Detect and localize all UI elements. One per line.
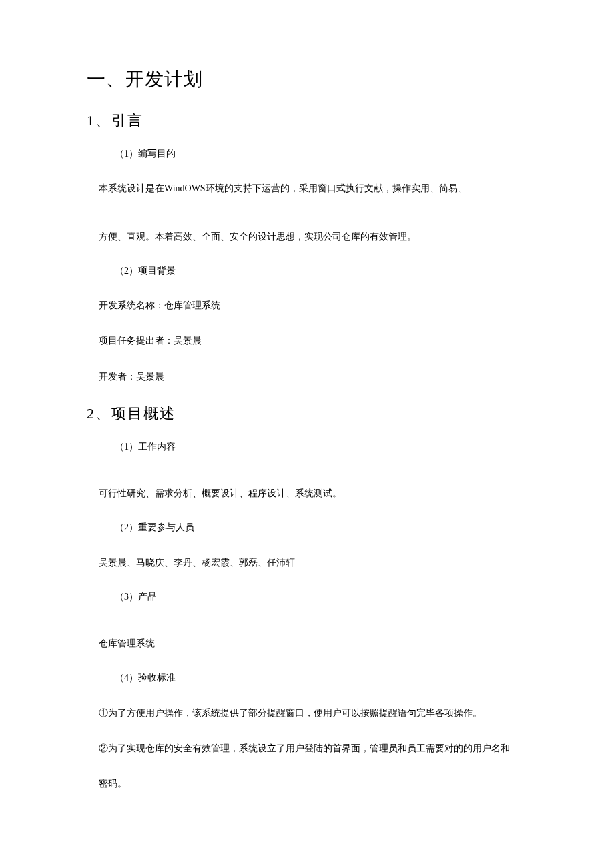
text-work-content: 可行性研究、需求分析、概要设计、程序设计、系统测试。 xyxy=(99,485,527,502)
spacer xyxy=(87,623,527,635)
spacer xyxy=(87,216,527,228)
text-purpose-line1: 本系统设计是在WindOWS环境的支持下运营的，采用窗口式执行文献，操作实用、简… xyxy=(99,180,527,197)
text-acceptance-3: 密码。 xyxy=(99,775,527,792)
text-acceptance-2: ②为了实现仓库的安全有效管理，系统设立了用户登陆的首界面，管理员和员工需要对的的… xyxy=(99,740,527,757)
label-work-content: （1）工作内容 xyxy=(115,440,527,454)
text-task-proposer: 项目任务提出者：吴景晨 xyxy=(99,332,527,349)
text-purpose-line2: 方便、直观。本着高效、全面、安全的设计思想，实现公司仓库的有效管理。 xyxy=(99,228,527,245)
text-acceptance-1: ①为了方便用户操作，该系统提供了部分提醒窗口，使用户可以按照提醒语句完毕各项操作… xyxy=(99,705,527,721)
spacer xyxy=(87,473,527,485)
label-purpose: （1）编写目的 xyxy=(115,147,527,161)
label-participants: （2）重要参与人员 xyxy=(115,520,527,535)
label-product: （3）产品 xyxy=(115,590,527,604)
heading-dev-plan: 一、开发计划 xyxy=(87,67,527,92)
heading-section-2: 2、项目概述 xyxy=(87,404,527,424)
text-system-name: 开发系统名称：仓库管理系统 xyxy=(99,297,527,314)
text-developer: 开发者：吴景晨 xyxy=(99,368,527,385)
heading-section-1: 1、引言 xyxy=(87,111,527,131)
label-acceptance: （4）验收标准 xyxy=(115,671,527,685)
text-product: 仓库管理系统 xyxy=(99,635,527,652)
text-participants: 吴景晨、马晓庆、李丹、杨宏霞、郭磊、任沛轩 xyxy=(99,554,527,571)
label-background: （2）项目背景 xyxy=(115,264,527,278)
